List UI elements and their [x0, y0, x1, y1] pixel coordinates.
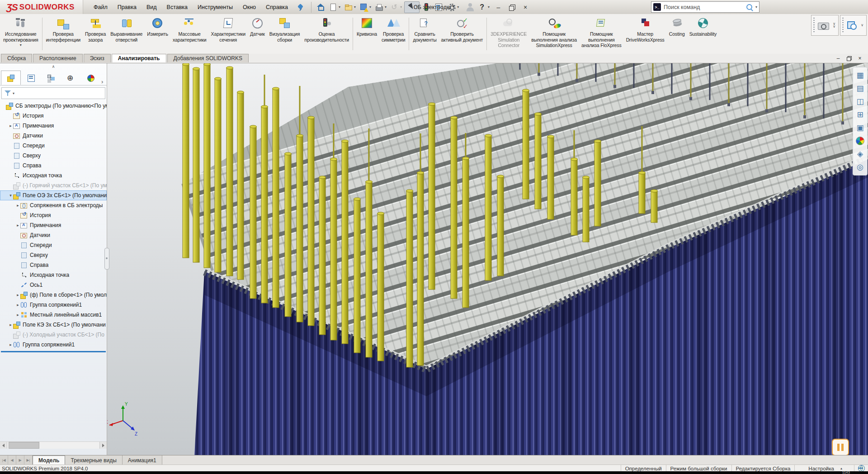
tab-Добавления SOLIDWORKS[interactable]: Добавления SOLIDWORKS [167, 54, 249, 62]
panel-tab-featuremanager[interactable] [1, 71, 21, 85]
tree-item[interactable]: ▾Поле ОЭ 3x СБ<1> (По умолчани [0, 190, 107, 200]
panes-button[interactable]: ◫ [853, 95, 867, 108]
doc-close-icon[interactable]: × [854, 54, 865, 62]
options-button[interactable]: ▾ [446, 2, 460, 13]
panel-collapse-chevron[interactable]: ∧ [0, 63, 107, 70]
new-document-button[interactable]: ▾ [327, 2, 342, 13]
help-dropdown-arrow[interactable]: ▾ [488, 5, 490, 9]
tree-item[interactable]: ▸Сопряжения в СБ электроды [0, 200, 107, 210]
camera-icon[interactable] [817, 21, 829, 30]
ribbon-button-interference[interactable]: Проверка интерференции [44, 14, 83, 54]
scrollbar-thumb[interactable] [9, 442, 39, 449]
scene-button[interactable]: ◈ [853, 147, 867, 161]
ribbon-button-assembly-viz[interactable]: Визуализация сборки [267, 14, 302, 54]
user-account-icon[interactable] [465, 2, 475, 12]
pause-icon[interactable] [832, 439, 849, 455]
model-tab-Анимация1[interactable]: Анимация1 [123, 455, 162, 465]
menu-Вставка[interactable]: Вставка [162, 0, 193, 14]
panel-tab-property[interactable] [21, 71, 41, 85]
search-dropdown-arrow[interactable]: ▾ [755, 5, 757, 9]
restore-button[interactable] [505, 1, 519, 14]
tree-item[interactable]: ▸(ф) Поле в сборе<1> (По умолч [0, 290, 107, 300]
ribbon-button-check-active[interactable]: Проверить активный документ [439, 14, 486, 54]
ribbon-button-floxpress[interactable]: Помощник выполнения анализа FloXpress [579, 14, 624, 54]
tab-nav-1[interactable]: ◀ [8, 455, 16, 465]
tree-item[interactable]: Справа [0, 260, 107, 270]
cube-views-button[interactable]: ⊞ [853, 108, 867, 121]
panel-tabs-overflow-arrow[interactable]: › [101, 78, 103, 85]
expander-right-icon[interactable]: ▸ [8, 322, 13, 327]
expander-right-icon[interactable]: ▸ [8, 123, 13, 128]
search-magnifier-icon[interactable] [745, 3, 754, 11]
tree-item[interactable]: ▸Примечания [0, 121, 107, 131]
ribbon-button-sensor[interactable]: Датчик [248, 14, 267, 54]
tree-item[interactable]: (-) Холодный участок СБ<1> (По [0, 330, 107, 340]
tree-item[interactable]: История [0, 111, 107, 121]
dropdown-arrow-icon[interactable]: ▾ [369, 5, 371, 9]
tree-filter-field[interactable]: ▾ [1, 87, 105, 99]
layers-button[interactable]: ▤ [853, 82, 867, 95]
menu-Окно[interactable]: Окно [238, 0, 261, 14]
toolbar-grip[interactable] [842, 18, 844, 33]
task-pane-button[interactable] [433, 2, 445, 13]
ribbon-button-hole-align[interactable]: Выравнивание отверстий [108, 14, 145, 54]
screenshot-toolbar[interactable]: ∨∨ [811, 15, 839, 36]
undo-button[interactable]: ▾ [389, 2, 403, 13]
ribbon-button-performance[interactable]: Оценка производительности [302, 14, 351, 54]
menu-Справка[interactable]: Справка [261, 0, 293, 14]
tree-item[interactable]: ▸Поле КЭ 3x СБ<1> (По умолчани [0, 320, 107, 330]
ribbon-button-measure[interactable]: Измерить [145, 14, 170, 54]
tree-item[interactable]: ▸Примечания [0, 220, 107, 230]
menu-Вид[interactable]: Вид [142, 0, 162, 14]
close-button[interactable]: × [519, 1, 532, 14]
tab-nav-0[interactable]: |◀ [0, 455, 8, 465]
tree-item[interactable]: Исходная точка [0, 270, 107, 280]
flyout-arrow-icon[interactable]: ▾ [20, 43, 22, 47]
tab-Эскиз[interactable]: Эскиз [84, 54, 111, 62]
tree-item[interactable]: Справа [0, 161, 107, 171]
chevron-down-icon[interactable]: ∨∨ [833, 23, 835, 28]
tree-item[interactable]: Датчики [0, 131, 107, 141]
tree-item[interactable]: ▸Местный линейный массив1 [0, 310, 107, 320]
tree-item[interactable]: Сверху [0, 250, 107, 260]
ribbon-button-simxpress[interactable]: Помощник выполнения анализа SimulationXp… [529, 14, 579, 54]
rollback-bar[interactable] [1, 351, 106, 352]
tree-item[interactable]: ▸Группа сопряжений1 [0, 340, 107, 350]
print-button[interactable]: ▾ [373, 2, 388, 13]
compare-toolbar[interactable]: ∨ [840, 15, 867, 36]
tab-Анализировать[interactable]: Анализировать [112, 54, 166, 62]
tree-item[interactable]: Спереди [0, 141, 107, 151]
status-settings[interactable]: Настройка ▴ [794, 465, 854, 472]
tree-item[interactable]: Датчики [0, 230, 107, 240]
ribbon-button-clearance[interactable]: Проверка зазора [83, 14, 108, 54]
filter-funnel-icon[interactable] [4, 90, 11, 97]
model-tab-Модель[interactable]: Модель [33, 455, 65, 465]
dropdown-arrow-icon[interactable]: ▾ [416, 5, 418, 9]
expander-right-icon[interactable]: ▸ [15, 293, 20, 297]
tree-item[interactable]: Сверху [0, 151, 107, 161]
dropdown-arrow-icon[interactable]: ▾ [400, 5, 402, 9]
scroll-left-arrow[interactable] [0, 442, 7, 449]
ribbon-button-driveworks[interactable]: Мастер DriveWorksXpress [624, 14, 667, 54]
viewport-3d-model[interactable]: X Y Z [0, 63, 868, 455]
ribbon-button-compare-docs[interactable]: Сравнить документы [410, 14, 439, 54]
filter-dropdown-arrow[interactable]: ▾ [13, 91, 14, 95]
help-icon[interactable]: ? [480, 3, 484, 11]
tree-item[interactable]: Исходная точка [0, 171, 107, 180]
model-tab-Трехмерные виды[interactable]: Трехмерные виды [65, 455, 122, 465]
tree-item[interactable]: Спереди [0, 240, 107, 250]
expander-right-icon[interactable]: ▸ [15, 223, 20, 228]
menu-Инструменты[interactable]: Инструменты [193, 0, 238, 14]
minimize-button[interactable]: – [491, 1, 505, 14]
panel-tab-dimxpert[interactable] [61, 71, 80, 85]
status-globe-button[interactable] [854, 465, 868, 472]
ribbon-button-section-props[interactable]: Характеристики сечения [208, 14, 247, 54]
expander-right-icon[interactable]: ▸ [15, 313, 20, 317]
scroll-right-arrow[interactable] [99, 442, 107, 449]
tab-Расположение[interactable]: Расположение [33, 54, 83, 62]
tree-item[interactable]: ▸Группа сопряжений1 [0, 300, 107, 310]
pin-icon[interactable] [297, 3, 305, 11]
doc-minimize-icon[interactable]: – [833, 54, 844, 62]
menu-Правка[interactable]: Правка [113, 0, 142, 14]
compare-geometry-icon[interactable] [846, 21, 857, 30]
